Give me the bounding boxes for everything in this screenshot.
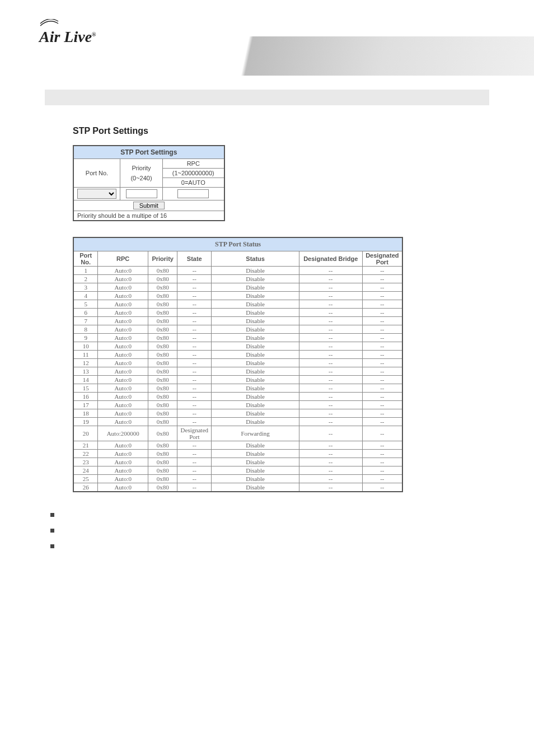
cell-rpc: Auto:0 (98, 441, 148, 450)
cell-priority: 0x80 (148, 426, 177, 441)
cell-priority: 0x80 (148, 393, 177, 401)
table-row: 24Auto:00x80--Disable---- (73, 466, 402, 475)
cell-port: 18 (73, 409, 98, 418)
bullet-list (50, 511, 461, 550)
cell-rpc: Auto:0 (98, 376, 148, 384)
cell-port: 24 (73, 466, 98, 475)
col-rpc-l3: 0=AUTO (163, 178, 224, 188)
cell-port: 4 (73, 292, 98, 300)
cell-dbridge: -- (299, 359, 362, 367)
cell-dport: -- (362, 317, 402, 325)
stp-port-settings-table: STP Port Settings Port No. Priority (0~2… (73, 145, 225, 221)
cell-status: Disable (212, 466, 299, 475)
cell-port: 25 (73, 475, 98, 483)
cell-priority: 0x80 (148, 292, 177, 300)
cell-dport: -- (362, 359, 402, 367)
cell-priority: 0x80 (148, 300, 177, 309)
cell-state: -- (177, 401, 212, 409)
cell-dbridge: -- (299, 483, 362, 492)
cell-rpc: Auto:0 (98, 283, 148, 292)
cell-port: 9 (73, 334, 98, 342)
cell-state: -- (177, 351, 212, 359)
cell-port: 21 (73, 441, 98, 450)
cell-priority: 0x80 (148, 409, 177, 418)
cell-status: Disable (212, 401, 299, 409)
cell-rpc: Auto:0 (98, 300, 148, 309)
table-row: 21Auto:00x80--Disable---- (73, 441, 402, 450)
cell-state: -- (177, 325, 212, 334)
table-row: 2Auto:00x80--Disable---- (73, 275, 402, 283)
cell-dport: -- (362, 409, 402, 418)
table-row: 9Auto:00x80--Disable---- (73, 334, 402, 342)
th-state: State (177, 251, 212, 267)
cell-dport: -- (362, 300, 402, 309)
cell-dbridge: -- (299, 418, 362, 426)
cell-dbridge: -- (299, 267, 362, 275)
bullet-item (50, 527, 461, 535)
cell-dport: -- (362, 426, 402, 441)
cell-dport: -- (362, 450, 402, 458)
cell-priority: 0x80 (148, 342, 177, 351)
cell-dport: -- (362, 483, 402, 492)
th-status: Status (212, 251, 299, 267)
th-dbridge: Designated Bridge (299, 251, 362, 267)
table-row: 15Auto:00x80--Disable---- (73, 384, 402, 393)
col-priority-l2: (0~240) (124, 175, 159, 181)
cell-dbridge: -- (299, 458, 362, 466)
table-row: 14Auto:00x80--Disable---- (73, 376, 402, 384)
cell-status: Disable (212, 300, 299, 309)
cell-dbridge: -- (299, 292, 362, 300)
table-row: 5Auto:00x80--Disable---- (73, 300, 402, 309)
cell-state: -- (177, 376, 212, 384)
cell-dport: -- (362, 275, 402, 283)
cell-status: Disable (212, 450, 299, 458)
table-row: 16Auto:00x80--Disable---- (73, 393, 402, 401)
cell-status: Disable (212, 359, 299, 367)
cell-priority: 0x80 (148, 418, 177, 426)
cell-dbridge: -- (299, 275, 362, 283)
rpc-input[interactable] (177, 189, 209, 198)
th-priority: Priority (148, 251, 177, 267)
cell-rpc: Auto:0 (98, 275, 148, 283)
cell-port: 20 (73, 426, 98, 441)
cell-status: Disable (212, 309, 299, 317)
cell-port: 12 (73, 359, 98, 367)
cell-port: 2 (73, 275, 98, 283)
cell-port: 1 (73, 267, 98, 275)
cell-dbridge: -- (299, 384, 362, 393)
submit-button[interactable]: Submit (133, 202, 165, 209)
table-row: 23Auto:00x80--Disable---- (73, 458, 402, 466)
table-row: 12Auto:00x80--Disable---- (73, 359, 402, 367)
cell-status: Disable (212, 342, 299, 351)
cell-port: 17 (73, 401, 98, 409)
cell-rpc: Auto:0 (98, 342, 148, 351)
cell-dport: -- (362, 466, 402, 475)
cell-port: 16 (73, 393, 98, 401)
cell-priority: 0x80 (148, 384, 177, 393)
cell-dport: -- (362, 401, 402, 409)
cell-dbridge: -- (299, 317, 362, 325)
cell-port: 6 (73, 309, 98, 317)
cell-rpc: Auto:0 (98, 450, 148, 458)
cell-dbridge: -- (299, 367, 362, 376)
priority-input[interactable] (126, 189, 157, 198)
cell-rpc: Auto:0 (98, 351, 148, 359)
cell-priority: 0x80 (148, 309, 177, 317)
cell-port: 8 (73, 325, 98, 334)
cell-state: -- (177, 359, 212, 367)
port-no-select[interactable] (77, 189, 116, 199)
cell-priority: 0x80 (148, 317, 177, 325)
cell-status: Disable (212, 483, 299, 492)
cell-rpc: Auto:0 (98, 409, 148, 418)
cell-rpc: Auto:0 (98, 401, 148, 409)
cell-state: Designated Port (177, 426, 212, 441)
cell-port: 7 (73, 317, 98, 325)
cell-status: Disable (212, 334, 299, 342)
cell-priority: 0x80 (148, 283, 177, 292)
section-title: STP Port Settings (73, 126, 461, 136)
cell-rpc: Auto:0 (98, 292, 148, 300)
cell-dbridge: -- (299, 441, 362, 450)
cell-status: Disable (212, 351, 299, 359)
cell-status: Forwarding (212, 426, 299, 441)
cell-dport: -- (362, 309, 402, 317)
